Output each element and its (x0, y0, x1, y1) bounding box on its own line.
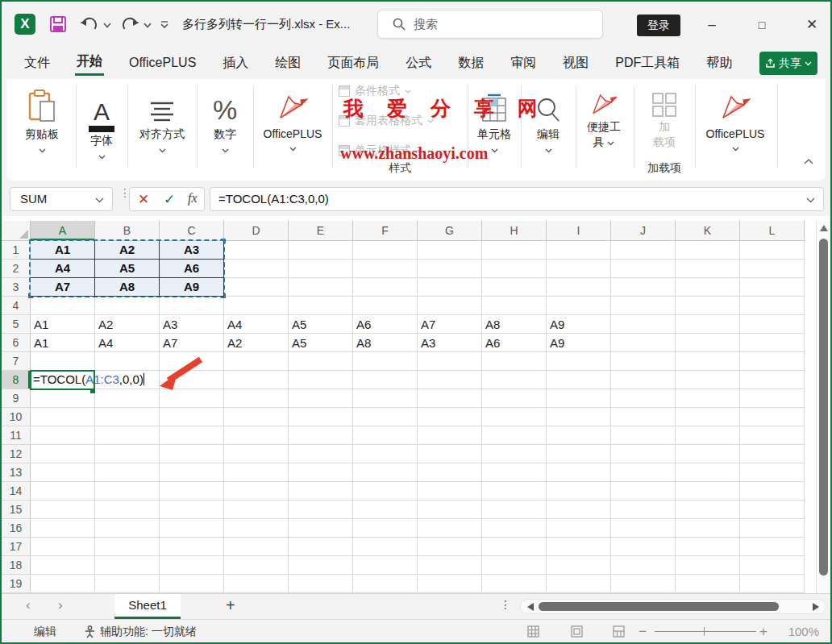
tab-page-layout[interactable]: 页面布局 (326, 52, 381, 75)
cell-G6[interactable]: A3 (418, 334, 482, 352)
cell-I5[interactable]: A9 (547, 315, 611, 334)
sheet-prev-icon[interactable]: ‹ (26, 597, 31, 613)
cell-D5[interactable]: A4 (224, 315, 289, 334)
cell-A2[interactable]: A4 (31, 260, 95, 278)
row-header-13[interactable]: 13 (2, 463, 31, 482)
row-header-17[interactable]: 17 (2, 538, 31, 556)
normal-view-icon[interactable] (527, 625, 539, 638)
quick-access-overflow-icon[interactable] (160, 19, 169, 29)
alignment-group-button[interactable]: 对齐方式 (129, 82, 195, 176)
cell-B5[interactable]: A2 (95, 315, 160, 334)
collapse-ribbon-icon[interactable] (803, 158, 814, 165)
cell-F6[interactable]: A8 (353, 334, 418, 352)
column-header-E[interactable]: E (289, 221, 353, 241)
sheetbar-menu-icon[interactable]: ⋮ (500, 598, 511, 611)
column-header-F[interactable]: F (353, 221, 418, 241)
sign-in-button[interactable]: 登录 (637, 15, 680, 36)
formula-input[interactable]: =TOCOL(A1:C3,0,0) (210, 187, 824, 211)
column-header-I[interactable]: I (547, 221, 611, 241)
row-header-1[interactable]: 1 (2, 241, 31, 260)
column-header-B[interactable]: B (95, 221, 160, 241)
cell-C6[interactable]: A7 (160, 334, 224, 352)
redo-icon[interactable] (119, 15, 140, 33)
column-header-K[interactable]: K (676, 221, 740, 241)
undo-icon[interactable] (79, 15, 100, 33)
horizontal-scrollbar[interactable] (520, 599, 826, 614)
row-header-6[interactable]: 6 (2, 334, 31, 352)
tab-view[interactable]: 视图 (561, 52, 590, 75)
cell-E6[interactable]: A5 (289, 334, 353, 352)
row-header-5[interactable]: 5 (2, 315, 31, 334)
expand-formula-bar-icon[interactable] (806, 197, 815, 203)
redo-dropdown-chevron-icon[interactable] (144, 23, 152, 28)
tab-draw[interactable]: 绘图 (273, 52, 302, 75)
tab-home[interactable]: 开始 (75, 50, 104, 76)
row-header-9[interactable]: 9 (2, 389, 31, 408)
cell-A5[interactable]: A1 (31, 315, 95, 334)
handy-tools-group-button[interactable]: 便捷工 具 (577, 82, 630, 176)
insert-function-icon[interactable]: fx (188, 191, 198, 206)
name-box-chevron-icon[interactable] (95, 197, 104, 203)
row-header-4[interactable]: 4 (2, 297, 31, 315)
font-group-button[interactable]: A 字体 (77, 82, 126, 176)
row-header-10[interactable]: 10 (2, 408, 31, 426)
row-header-12[interactable]: 12 (2, 445, 31, 463)
row-header-3[interactable]: 3 (2, 278, 31, 297)
maximize-button[interactable]: □ (750, 13, 774, 37)
cell-B6[interactable]: A4 (95, 334, 160, 352)
sheet-next-icon[interactable]: › (58, 597, 63, 613)
share-button[interactable]: 共享 (759, 52, 817, 75)
vertical-scroll-thumb[interactable] (819, 239, 828, 575)
row-header-16[interactable]: 16 (2, 519, 31, 538)
excel-app-icon[interactable]: X (15, 14, 35, 35)
row-header-11[interactable]: 11 (2, 426, 31, 445)
zoom-slider-thumb[interactable] (704, 627, 705, 636)
cell-F5[interactable]: A6 (353, 315, 418, 334)
tab-officeplus[interactable]: OfficePLUS (127, 52, 198, 73)
cell-H6[interactable]: A6 (482, 334, 547, 352)
column-header-G[interactable]: G (418, 221, 482, 241)
cell-A3[interactable]: A7 (31, 278, 95, 297)
column-header-D[interactable]: D (224, 221, 289, 241)
cell-B1[interactable]: A2 (95, 241, 160, 260)
tab-help[interactable]: 帮助 (705, 52, 734, 75)
zoom-slider-track[interactable] (655, 631, 756, 632)
search-input[interactable]: 搜索 (377, 10, 603, 39)
zoom-in-button[interactable]: + (759, 620, 768, 643)
horizontal-scroll-thumb[interactable] (539, 602, 779, 611)
clipboard-group-button[interactable]: 剪贴板 (13, 82, 71, 176)
column-header-L[interactable]: L (740, 221, 805, 241)
cell-E5[interactable]: A5 (289, 315, 353, 334)
tab-formulas[interactable]: 公式 (404, 52, 433, 75)
scroll-up-arrow-icon[interactable] (820, 225, 828, 231)
row-header-14[interactable]: 14 (2, 482, 31, 501)
officeplus-group-button[interactable]: OfficePLUS (255, 82, 331, 176)
cell-D6[interactable]: A2 (224, 334, 289, 352)
name-box[interactable]: SUM (10, 187, 113, 211)
cell-A1[interactable]: A1 (31, 241, 95, 260)
minimize-button[interactable]: – (700, 13, 724, 37)
sheet-tab-sheet1[interactable]: Sheet1 (114, 594, 181, 619)
row-header-7[interactable]: 7 (2, 352, 31, 371)
tab-file[interactable]: 文件 (23, 52, 52, 75)
add-sheet-button[interactable]: + (226, 596, 235, 615)
row-header-2[interactable]: 2 (2, 260, 31, 278)
scroll-left-arrow-icon[interactable] (527, 603, 534, 611)
row-header-18[interactable]: 18 (2, 556, 31, 575)
officeplus2-group-button[interactable]: OfficePLUS (697, 82, 774, 176)
cancel-icon[interactable]: ✕ (138, 191, 149, 208)
select-all-button[interactable] (2, 221, 31, 241)
cell-B3[interactable]: A8 (95, 278, 160, 297)
cell-C3[interactable]: A9 (160, 278, 224, 297)
column-header-A[interactable]: A (31, 221, 95, 241)
tab-review[interactable]: 审阅 (509, 52, 538, 75)
cell-C5[interactable]: A3 (160, 315, 224, 334)
number-group-button[interactable]: % 数字 (198, 82, 252, 176)
vertical-scrollbar[interactable] (816, 221, 830, 593)
save-icon[interactable] (48, 15, 68, 34)
page-layout-view-icon[interactable] (571, 625, 583, 638)
tab-pdf-tools[interactable]: PDF工具箱 (614, 52, 681, 75)
column-header-C[interactable]: C (160, 221, 224, 241)
cell-A6[interactable]: A1 (31, 334, 95, 352)
cell-C2[interactable]: A6 (160, 260, 224, 278)
